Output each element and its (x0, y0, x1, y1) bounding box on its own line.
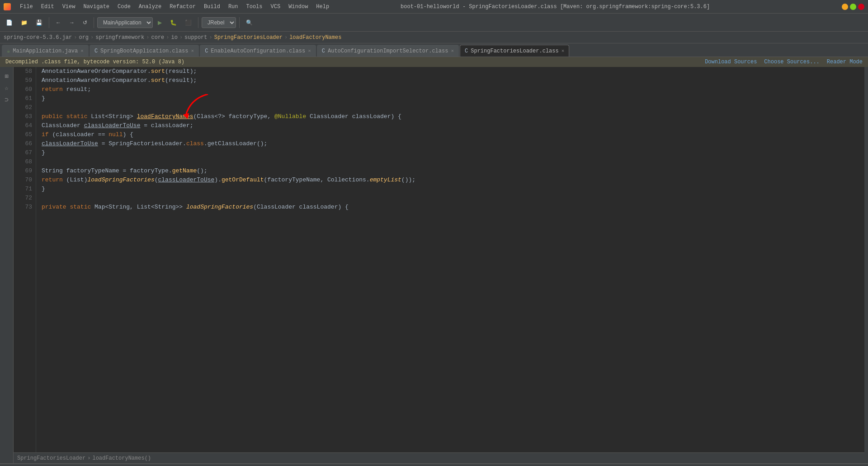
code-line-65: if (classLoader == null) { (42, 130, 859, 139)
notice-actions: Download Sources Choose Sources... Reade… (705, 59, 863, 65)
tab-main-application[interactable]: ☕ MainApplication.java × (2, 45, 89, 57)
separator-1 (49, 17, 49, 28)
tab-enableauto[interactable]: C EnableAutoConfiguration.class × (200, 45, 316, 57)
window-controls (842, 4, 864, 10)
separator-4 (239, 17, 240, 28)
debug-header: Debug: MainApplication × ⚙ – (0, 464, 868, 466)
debug-panel: Debug: MainApplication × ⚙ – ▶ 🐛 Debugge… (0, 463, 868, 466)
minimize-button[interactable] (842, 4, 848, 10)
close-tab-1[interactable]: × (191, 48, 194, 54)
title-bar: File Edit View Navigate Code Analyze Ref… (0, 0, 868, 14)
menu-edit[interactable]: Edit (38, 3, 58, 11)
breadcrumb-org[interactable]: org (79, 34, 89, 41)
code-line-63: public static List<String> loadFactoryNa… (42, 112, 859, 121)
line-numbers: 58 59 60 61 62 63 64 65 66 67 68 69 70 7… (14, 67, 36, 452)
menu-window[interactable]: Window (285, 3, 311, 11)
refresh-button[interactable]: ↺ (80, 18, 90, 28)
window-title: boot-01-helloworld - SpringFactoriesLoad… (401, 4, 710, 10)
menu-help[interactable]: Help (312, 3, 333, 11)
breadcrumb-springframework[interactable]: springframework (95, 34, 144, 41)
code-line-64: ClassLoader classLoaderToUse = classLoad… (42, 121, 859, 130)
run-button[interactable]: ▶ (155, 18, 165, 28)
code-line-62 (42, 103, 859, 112)
menu-file[interactable]: File (16, 3, 37, 11)
reader-mode-link[interactable]: Reader Mode (827, 59, 863, 65)
menu-code[interactable]: Code (114, 3, 134, 11)
editor-status-bar: SpringFactoriesLoader › loadFactoryNames… (14, 452, 864, 463)
search-button[interactable]: 🔍 (243, 18, 256, 28)
code-line-69: String factoryTypeName = factoryType.get… (42, 166, 859, 176)
breadcrumb-method[interactable]: loadFactoryNames (289, 34, 341, 41)
debug-button[interactable]: 🐛 (167, 18, 180, 28)
back-button[interactable]: ← (52, 18, 64, 28)
jrebel-dropdown[interactable]: JRebel (202, 17, 236, 28)
close-tab-3[interactable]: × (451, 48, 454, 54)
choose-sources-link[interactable]: Choose Sources... (764, 59, 819, 65)
breadcrumb-class[interactable]: SpringFactoriesLoader (214, 34, 283, 41)
decompiled-text: Decompiled .class file, bytecode version… (5, 59, 184, 65)
menu-build[interactable]: Build (200, 3, 224, 11)
run-config-dropdown[interactable]: MainApplication (97, 17, 153, 28)
left-sidebar: ⊞ ☆ ⊃ (0, 67, 14, 463)
editor-method: loadFactoryNames() (92, 455, 151, 461)
open-button[interactable]: 📁 (18, 18, 31, 28)
close-button[interactable] (858, 4, 864, 10)
code-line-60: return result; (42, 85, 859, 94)
menu-vcs[interactable]: VCS (267, 3, 284, 11)
code-line-59: AnnotationAwareOrderComparator.sort(resu… (42, 76, 859, 85)
breadcrumb-core[interactable]: core (151, 34, 164, 41)
code-line-73: private static Map<String, List<String>>… (42, 203, 859, 212)
menu-refactor[interactable]: Refactor (166, 3, 199, 11)
sidebar-structure-icon[interactable]: ⊞ (1, 71, 12, 81)
download-sources-link[interactable]: Download Sources (705, 59, 757, 65)
tab-springfactories[interactable]: C SpringFactoriesLoader.class × (460, 45, 569, 57)
breadcrumb: spring-core-5.3.6.jar › org › springfram… (0, 32, 868, 43)
close-tab-0[interactable]: × (80, 48, 84, 54)
forward-button[interactable]: → (66, 18, 78, 28)
code-line-72 (42, 194, 859, 203)
menu-bar: File Edit View Navigate Code Analyze Ref… (16, 3, 333, 11)
maximize-button[interactable] (850, 4, 856, 10)
editor-tabs: ☕ MainApplication.java × C SpringBootApp… (0, 43, 868, 57)
code-line-66: classLoaderToUse = SpringFactoriesLoader… (42, 139, 859, 148)
menu-run[interactable]: Run (225, 3, 242, 11)
separator-2 (94, 17, 94, 28)
stop-button[interactable]: ⬛ (182, 18, 195, 28)
menu-analyze[interactable]: Analyze (135, 3, 165, 11)
breadcrumb-io[interactable]: io (171, 34, 178, 41)
code-line-68 (42, 157, 859, 166)
editor-class: SpringFactoriesLoader (17, 455, 85, 461)
right-scrollbar[interactable] (864, 67, 868, 463)
toolbar: 📄 📁 💾 ← → ↺ MainApplication ▶ 🐛 ⬛ JRebel… (0, 14, 868, 32)
code-line-61: } (42, 94, 859, 103)
close-tab-2[interactable]: × (308, 48, 311, 54)
code-content[interactable]: @ ● (36, 67, 864, 452)
breadcrumb-jar[interactable]: spring-core-5.3.6.jar (4, 34, 72, 41)
main-layout: ⊞ ☆ ⊃ 58 59 60 61 62 63 64 65 66 67 68 6… (0, 67, 868, 463)
close-tab-4[interactable]: × (561, 48, 565, 54)
code-line-71: } (42, 185, 859, 194)
tab-springbootapp[interactable]: C SpringBootApplication.class × (90, 45, 199, 57)
sidebar-bookmarks-icon[interactable]: ☆ (1, 82, 12, 93)
code-editor: 58 59 60 61 62 63 64 65 66 67 68 69 70 7… (14, 67, 864, 463)
code-area: 58 59 60 61 62 63 64 65 66 67 68 69 70 7… (14, 67, 864, 452)
breadcrumb-support[interactable]: support (184, 34, 207, 41)
menu-navigate[interactable]: Navigate (80, 3, 113, 11)
new-file-button[interactable]: 📄 (3, 18, 16, 28)
decompiled-notice: Decompiled .class file, bytecode version… (0, 57, 868, 67)
code-line-70: return (List)loadSpringFactories(classLo… (42, 176, 859, 185)
menu-view[interactable]: View (59, 3, 79, 11)
editor-breadcrumb: SpringFactoriesLoader › loadFactoryNames… (17, 455, 151, 461)
code-line-67: } (42, 148, 859, 157)
sidebar-hierarchy-icon[interactable]: ⊃ (1, 94, 12, 105)
code-line-58: AnnotationAwareOrderComparator.sort(resu… (42, 67, 859, 76)
separator-3 (198, 17, 198, 28)
menu-tools[interactable]: Tools (243, 3, 266, 11)
save-button[interactable]: 💾 (33, 18, 46, 28)
tab-autoconfigimport[interactable]: C AutoConfigurationImportSelector.class … (317, 45, 459, 57)
